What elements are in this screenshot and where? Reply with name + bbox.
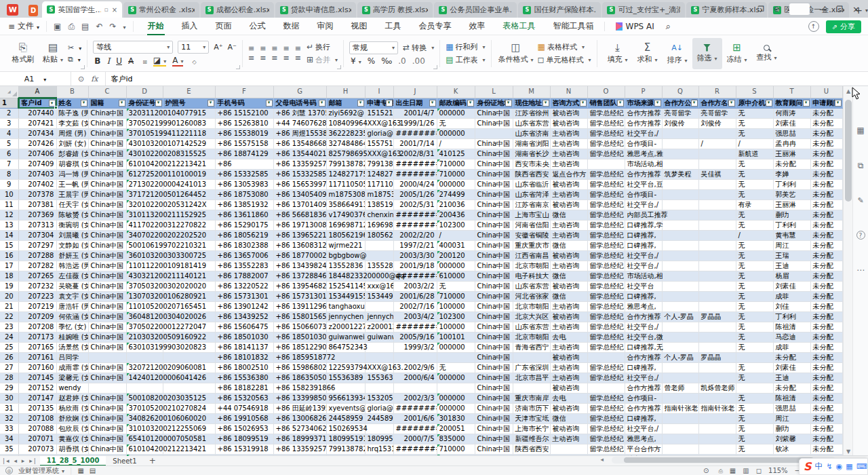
minimize-button[interactable] [819, 5, 827, 14]
cell-J34[interactable]: 2000/7/5 [393, 434, 437, 444]
cell-U12[interactable]: 未分配 [810, 210, 842, 221]
cell-D3[interactable]: 370502199901260083 [126, 119, 163, 129]
cell-R31[interactable]: 指南针张老 [698, 404, 736, 414]
cell-C20[interactable]: China中国 [88, 292, 126, 302]
cell-F21[interactable]: +86 13901242 [215, 302, 273, 312]
cell-G32[interactable]: +86 1300682663 [273, 414, 326, 424]
row-header-22[interactable]: 22 [0, 312, 18, 322]
cell-D23[interactable]: 370502200012272047 [126, 322, 163, 332]
filter-dropdown-icon[interactable]: ▾ [654, 100, 661, 107]
align-top-icon[interactable] [248, 45, 254, 52]
cell-K33[interactable]: 200051 [437, 424, 475, 434]
qat-caret-icon[interactable] [123, 22, 126, 31]
ime-board-icon[interactable]: ▦ [846, 463, 852, 470]
cell-R19[interactable] [698, 282, 736, 292]
cell-Q23[interactable] [662, 322, 698, 332]
cell-H32[interactable]: 24458959 [326, 414, 365, 424]
cell-T30[interactable]: 陈祖清 [773, 394, 810, 404]
column-header-D[interactable]: D [126, 86, 163, 98]
cell-C35[interactable]: China中国 [88, 444, 126, 455]
field-header-O[interactable]: 销售团队▾ [587, 98, 625, 109]
cell-S18[interactable]: 无 [736, 271, 773, 282]
cell-A13[interactable]: 207313 [18, 221, 56, 231]
row-header-17[interactable]: 17 [0, 261, 18, 271]
cell-C25[interactable]: China中国 [88, 343, 126, 353]
convert-button[interactable]: 转换 [403, 43, 434, 53]
cell-M16[interactable]: 江西省南昌 [513, 251, 550, 261]
cell-Q26[interactable]: 个人-罗晶 [662, 353, 698, 363]
cell-A14[interactable]: 207304 [18, 231, 56, 241]
cell-J13[interactable]: ######## [393, 221, 437, 231]
cell-Q28[interactable] [662, 373, 698, 383]
cell-P3[interactable]: 合作方推荐 [625, 119, 662, 129]
column-header-C[interactable]: C [88, 86, 126, 98]
cell-S33[interactable]: 无 [736, 424, 773, 434]
cell-S16[interactable]: 无 [736, 251, 773, 261]
cell-A12[interactable]: 207369 [18, 210, 56, 221]
cell-R15[interactable] [698, 241, 736, 251]
cell-S3[interactable]: 无 [736, 119, 773, 129]
cell-B32[interactable]: 舒欣娴 (女 [56, 414, 88, 424]
cell-G3[interactable]: +44 7460762888 [273, 119, 326, 129]
sum-button[interactable]: 求和 [633, 38, 663, 69]
cell-O21[interactable]: 留学总经纪 [587, 302, 625, 312]
cell-A10[interactable]: 207378 [18, 190, 56, 200]
cell-G18[interactable]: +86 1372884680 [273, 271, 326, 282]
skin-icon[interactable] [774, 5, 780, 14]
cell-T33[interactable]: 蒯玏 [773, 424, 810, 434]
cell-J4[interactable]: ######## [393, 129, 437, 139]
cell-H22[interactable]: jennychen [326, 312, 365, 322]
cell-S19[interactable]: 无 [736, 282, 773, 292]
cell-T35[interactable]: 钦冰 [773, 444, 810, 455]
cell-A26[interactable]: 207161 [18, 353, 56, 363]
cell-R29[interactable]: 凯烁曾老师 [698, 383, 736, 394]
cell-C7[interactable]: China中国 [88, 159, 126, 170]
cell-S15[interactable]: 无 [736, 241, 773, 251]
cell-P22[interactable]: 合作方推荐 [625, 312, 662, 322]
column-header-T[interactable]: T [773, 86, 810, 98]
cell-O27[interactable]: 留学总经纪 [587, 363, 625, 373]
cell-D18[interactable]: 430321200211140121 [126, 271, 163, 282]
insert-function-button[interactable]: fx [91, 75, 98, 83]
cell-C17[interactable]: China中国 [88, 261, 126, 271]
field-header-P[interactable]: 市场来源▾ [625, 98, 662, 109]
view-normal-icon[interactable]: ▦ [730, 467, 736, 474]
row-header-1[interactable]: 1 [0, 98, 18, 109]
cell-O18[interactable]: 留学总经纪 [587, 271, 625, 282]
cell-P20[interactable]: 口碑推荐, [625, 292, 662, 302]
cell-T12[interactable]: 蒯玏 [773, 210, 810, 221]
cell-Q33[interactable] [662, 424, 698, 434]
filter-dropdown-icon[interactable]: ▾ [580, 100, 587, 107]
scrollbar-thumb[interactable] [845, 100, 852, 202]
cell-L24[interactable]: China中国 [475, 332, 513, 343]
wrap-text-button[interactable]: 换行 [307, 42, 338, 52]
cell-N35[interactable] [550, 444, 587, 455]
file-tab[interactable]: S成都公积金.xlsx [201, 2, 274, 18]
table-style-button[interactable]: 表格样式 [538, 42, 591, 52]
cell-A4[interactable]: 207434 [18, 129, 56, 139]
cell-S17[interactable]: 无 [736, 261, 773, 271]
row-header-35[interactable]: 35 [0, 444, 18, 455]
cell-A7[interactable]: 207409 [18, 159, 56, 170]
cell-T5[interactable]: 孟冉冉 [773, 139, 810, 149]
cell-G24[interactable]: +86 1850103098 [273, 332, 326, 343]
cell-I9[interactable]: 117110505 [365, 180, 393, 190]
cell-Q2[interactable]: 亮哥留学 [662, 109, 698, 119]
cell-J16[interactable]: 2003/3/30 [393, 251, 437, 261]
cell-D16[interactable]: 360103200303300725 [126, 251, 163, 261]
cell-H19[interactable]: 152541145 [326, 282, 365, 292]
cell-A23[interactable]: 207208 [18, 322, 56, 332]
cell-I32[interactable]: 244589596 [365, 414, 393, 424]
cell-K13[interactable]: 102300 [437, 221, 475, 231]
cell-L34[interactable]: China中国 [475, 434, 513, 444]
sort-button[interactable]: 排序 [663, 38, 692, 69]
cell-Q19[interactable] [662, 282, 698, 292]
cell-K18[interactable]: 610000 [437, 271, 475, 282]
cell-M9[interactable]: 山东省临沂 [513, 180, 550, 190]
cell-M2[interactable]: 江苏省徐州 [513, 109, 550, 119]
cell-M14[interactable]: 安徽省铜陵 [513, 231, 550, 241]
cell-N5[interactable]: 主动咨询 [550, 139, 587, 149]
add-sheet-button[interactable]: + [149, 456, 156, 466]
cell-B9[interactable]: 王一帆 (男 [56, 180, 88, 190]
cell-M26[interactable] [513, 353, 550, 363]
